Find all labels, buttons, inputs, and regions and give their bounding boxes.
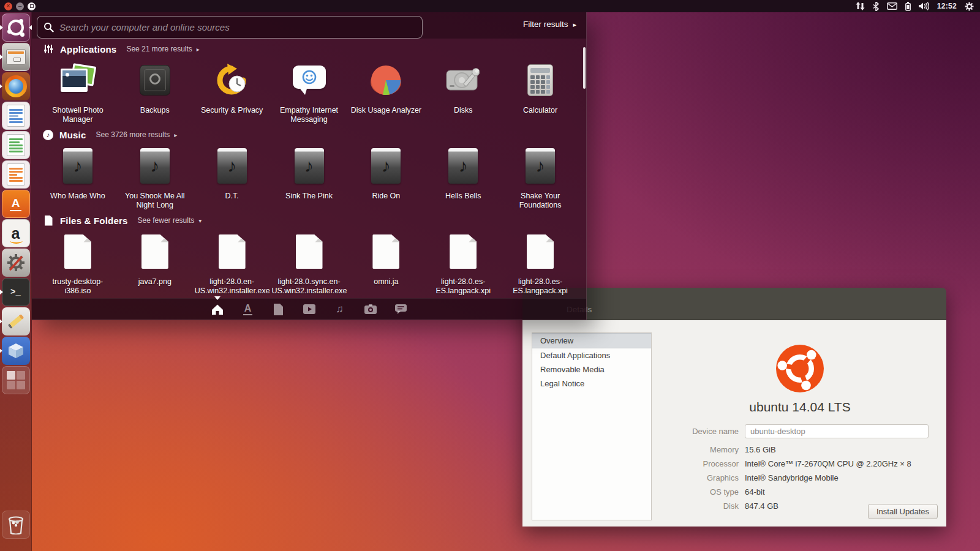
result-tile-file[interactable]: java7.png: [116, 231, 194, 296]
install-updates-button[interactable]: Install Updates: [868, 504, 938, 519]
lens-photos[interactable]: [363, 302, 378, 317]
result-tile-security-privacy[interactable]: Security & Privacy: [194, 60, 271, 125]
music-see-more-link[interactable]: See 3726 more results▸: [96, 130, 178, 139]
audio-file-icon: ♪: [295, 148, 324, 184]
video-lens-icon: [303, 304, 315, 314]
audio-file-icon: ♪: [526, 148, 555, 184]
launcher-item-libreoffice-impress[interactable]: [2, 160, 30, 189]
top-panel: × –: [0, 0, 980, 12]
launcher-item-terminal[interactable]: >_: [2, 278, 30, 306]
audio-file-icon: ♪: [371, 148, 401, 184]
launcher-item-files[interactable]: [2, 43, 30, 71]
device-name-input[interactable]: [745, 424, 929, 438]
launcher-item-system-settings[interactable]: [2, 249, 30, 277]
launcher-item-trash[interactable]: [2, 511, 30, 539]
volume-indicator[interactable]: [919, 2, 929, 10]
launcher-item-workspace-switcher[interactable]: [2, 366, 30, 394]
result-tile-empathy[interactable]: Empathy Internet Messaging: [271, 60, 348, 125]
search-input[interactable]: [59, 22, 416, 32]
result-tile-file[interactable]: trusty-desktop-i386.iso: [39, 231, 116, 296]
launcher-item-libreoffice-writer[interactable]: [2, 102, 30, 130]
result-tile-backups[interactable]: Backups: [116, 60, 194, 125]
audio-file-icon: ♪: [63, 148, 92, 184]
processor-value: Intel® Core™ i7-2670QM CPU @ 2.20GHz × 8: [745, 458, 911, 470]
mail-indicator[interactable]: [887, 2, 897, 10]
network-indicator[interactable]: [856, 2, 865, 10]
lens-applications[interactable]: A: [241, 302, 255, 317]
lens-video[interactable]: [302, 302, 317, 317]
minimize-button[interactable]: –: [16, 2, 24, 10]
sidebar-item-legal-notice[interactable]: Legal Notice: [532, 377, 651, 391]
disk-usage-analyzer-icon: [369, 64, 403, 96]
close-button[interactable]: ×: [4, 2, 12, 10]
backups-safe-icon: [140, 65, 170, 96]
launcher-item-amazon[interactable]: a: [2, 219, 30, 247]
result-tile-song[interactable]: ♪ Who Made Who: [39, 146, 116, 211]
search-icon: [43, 22, 54, 32]
result-tile-song[interactable]: ♪ You Shook Me All Night Long: [116, 146, 194, 211]
audio-file-icon: ♪: [217, 148, 247, 184]
result-tile-disk-usage-analyzer[interactable]: Disk Usage Analyzer: [347, 60, 424, 125]
result-label: Disks: [454, 106, 473, 115]
system-info: Device name Memory 15.6 GiB Processor In…: [662, 424, 938, 514]
files-see-fewer-link[interactable]: See fewer results▾: [138, 216, 202, 225]
result-label: light-28.0.es-ES.langpack.xpi: [503, 277, 578, 296]
document-icon: [64, 234, 91, 269]
music-section-header: ♪ Music See 3726 more results▸: [43, 129, 177, 141]
result-label: Calculator: [523, 106, 557, 115]
filter-results-button[interactable]: Filter results▸: [523, 20, 576, 29]
music-section-icon: ♪: [43, 130, 53, 140]
sidebar-item-removable-media[interactable]: Removable Media: [532, 362, 651, 377]
lens-home[interactable]: [210, 302, 225, 317]
dash-scrollbar[interactable]: [583, 47, 586, 89]
device-name-label: Device name: [662, 425, 739, 437]
session-gear-icon[interactable]: [965, 2, 974, 11]
result-tile-file[interactable]: light-28.0.es-ES.langpack.xpi: [502, 231, 579, 296]
disk-value: 847.4 GB: [745, 500, 778, 512]
lens-social[interactable]: [394, 302, 409, 317]
result-tile-file[interactable]: omni.ja: [347, 231, 424, 296]
files-section-icon: [43, 215, 54, 226]
result-tile-song[interactable]: ♪ Sink The Pink: [271, 146, 348, 211]
libreoffice-calc-icon: [2, 132, 29, 159]
sidebar-item-overview[interactable]: Overview: [532, 333, 651, 348]
result-label: Empathy Internet Messaging: [272, 106, 347, 125]
maximize-button[interactable]: [28, 2, 36, 10]
audio-file-icon: ♪: [448, 148, 478, 184]
sidebar-item-default-applications[interactable]: Default Applications: [532, 348, 651, 362]
launcher-item-ubuntu-dash[interactable]: [2, 13, 30, 42]
home-icon: [211, 304, 224, 315]
virtualbox-icon: [2, 337, 30, 365]
security-privacy-icon: [215, 64, 249, 97]
dash-search-bar[interactable]: [37, 16, 423, 39]
info-row-memory: Memory 15.6 GiB: [662, 444, 938, 455]
launcher: A a >_: [0, 12, 32, 551]
result-tile-shotwell[interactable]: Shotwell Photo Manager: [39, 60, 116, 125]
launcher-item-virtualbox[interactable]: [2, 337, 30, 365]
result-tile-file[interactable]: light-28.0.es-ES.langpack.xpi: [424, 231, 502, 296]
bluetooth-indicator[interactable]: [873, 2, 879, 11]
launcher-item-text-editor[interactable]: [2, 307, 30, 335]
info-row-graphics: Graphics Intel® Sandybridge Mobile: [662, 472, 938, 484]
clock[interactable]: 12:52: [937, 2, 957, 10]
launcher-item-firefox[interactable]: [2, 72, 30, 100]
disks-icon: [445, 66, 481, 95]
applications-see-more-link[interactable]: See 21 more results▸: [126, 45, 199, 53]
social-lens-icon: [395, 304, 407, 315]
battery-indicator[interactable]: [905, 2, 911, 11]
result-tile-song[interactable]: ♪ D.T.: [194, 146, 271, 211]
result-tile-file[interactable]: light-28.0.sync.en-US.win32.installer.ex…: [271, 231, 348, 296]
overview-pane: ubuntu 14.04 LTS Device name Memory 15.6…: [662, 320, 938, 527]
result-tile-song[interactable]: ♪ Hells Bells: [424, 146, 502, 211]
result-tile-file[interactable]: light-28.0.en-US.win32.installer.exe: [194, 231, 271, 296]
result-tile-song[interactable]: ♪ Shake Your Foundations: [502, 146, 579, 211]
lens-files[interactable]: [271, 302, 286, 317]
processor-label: Processor: [662, 458, 739, 470]
audio-file-icon: ♪: [140, 148, 170, 184]
result-tile-calculator[interactable]: Calculator: [502, 60, 579, 125]
result-tile-disks[interactable]: Disks: [424, 60, 502, 125]
lens-music[interactable]: ♫: [333, 302, 347, 317]
launcher-item-ubuntu-software-center[interactable]: A: [2, 190, 30, 218]
result-tile-song[interactable]: ♪ Ride On: [347, 146, 424, 211]
launcher-item-libreoffice-calc[interactable]: [2, 131, 30, 159]
